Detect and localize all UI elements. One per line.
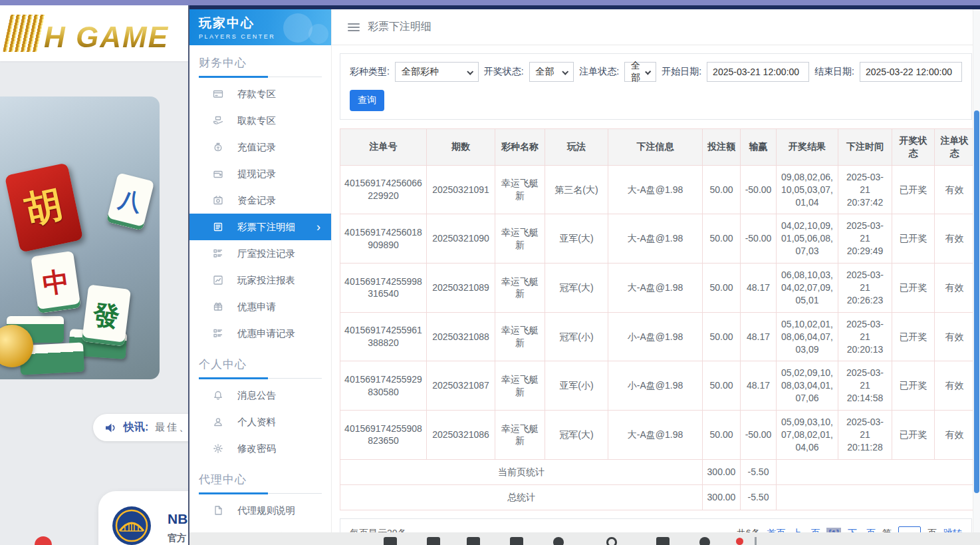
sidebar-nav: 财务中心存款专区取款专区充值记录提现记录资金记录彩票下注明细›厅室投注记录玩家投… — [189, 55, 331, 545]
gamepad-decoration-icon — [308, 24, 328, 44]
cell-bet_time: 2025-03-21 20:29:49 — [838, 214, 892, 264]
mahjong-promo-image: 八 中 發 胡 — [0, 96, 160, 379]
nba-team-logo-icon — [112, 506, 152, 545]
cell-win_loss: -50.00 — [741, 214, 777, 264]
cell-bet_no: 401569174255929830580 — [340, 361, 427, 411]
sidebar-item-promo-record[interactable]: 优惠申请记录 — [189, 320, 331, 347]
table-row: 40156917425590882365020250321086幸运飞艇新冠军(… — [340, 411, 975, 460]
sidebar-item-deposit[interactable]: 存款专区 — [189, 81, 331, 107]
cutoff-icon — [384, 537, 397, 545]
notification-red-dot — [35, 536, 52, 545]
column-header: 开奖结果 — [777, 129, 838, 166]
gear-icon — [213, 443, 223, 454]
cell-amount: 50.00 — [703, 411, 741, 460]
cell-bet_no: 401569174256066229920 — [340, 165, 427, 214]
bets-table: 注单号期数彩种名称玩法下注信息投注额输赢开奖结果下注时间开奖状态注单状态 401… — [340, 128, 975, 510]
gamepad-decoration-icon — [283, 13, 312, 43]
vertical-scrollbar[interactable] — [973, 9, 980, 532]
cell-bet_info: 大-A盘@1.98 — [608, 165, 703, 214]
sidebar-item-withdraw[interactable]: 取款专区 — [189, 107, 331, 134]
cell-amount: 50.00 — [703, 312, 741, 361]
cell-period: 20250321090 — [427, 214, 495, 264]
table-row: 40156917425601890989020250321090幸运飞艇新亚军(… — [340, 214, 975, 264]
end-date-input[interactable] — [860, 62, 962, 82]
cell-period: 20250321087 — [427, 361, 495, 411]
sidebar-item-profile[interactable]: 个人资料 — [189, 409, 331, 435]
bet-status-select[interactable]: 全部 — [624, 62, 656, 82]
start-date-input[interactable] — [707, 62, 809, 82]
sidebar-item-gear[interactable]: 修改密码 — [189, 435, 331, 462]
sidebar-item-label: 提现记录 — [237, 168, 276, 180]
cell-result: 06,08,10,03,04,02,07,09,05,01 — [777, 264, 838, 313]
sidebar: 玩家中心 PLAYERS CENTER 财务中心存款专区取款专区充值记录提现记录… — [189, 9, 332, 545]
cell-bet_info: 大-A盘@1.98 — [608, 411, 703, 460]
column-header: 彩种名称 — [495, 129, 545, 166]
sidebar-item-label: 充值记录 — [237, 141, 276, 154]
cutoff-icon — [510, 537, 523, 545]
sidebar-item-cashout[interactable]: 提现记录 — [189, 160, 331, 187]
cell-bet_status: 有效 — [935, 264, 975, 313]
total-summary-winloss: -5.50 — [741, 484, 777, 510]
column-header: 玩法 — [545, 129, 608, 166]
draw-status-select[interactable]: 全部 — [529, 62, 574, 82]
mahjong-tile: 中 — [31, 251, 80, 313]
cell-amount: 50.00 — [703, 361, 741, 411]
page-title: 彩票下注明细 — [368, 20, 431, 34]
cell-bet_status: 有效 — [935, 411, 975, 460]
chevron-down-icon — [645, 69, 651, 75]
sidebar-item-bell[interactable]: 消息公告 — [189, 382, 331, 409]
sidebar-item-label: 优惠申请记录 — [237, 327, 295, 340]
sidebar-item-label: 修改密码 — [237, 443, 276, 455]
cell-bet_info: 小-A盘@1.98 — [608, 361, 703, 411]
scrollbar-thumb[interactable] — [974, 110, 979, 493]
sidebar-item-hall-bets[interactable]: 厅室投注记录 — [189, 240, 331, 267]
section-underline — [199, 492, 322, 494]
cell-bet_info: 大-A盘@1.98 — [608, 264, 703, 313]
cell-draw_status: 已开奖 — [892, 264, 935, 313]
column-header: 注单状态 — [935, 129, 975, 166]
cell-bet_status: 有效 — [935, 312, 975, 361]
cell-lottery: 幸运飞艇新 — [495, 165, 545, 214]
sidebar-item-label: 彩票下注明细 — [237, 221, 295, 234]
cell-lottery: 幸运飞艇新 — [495, 312, 545, 361]
sidebar-item-recharge[interactable]: 充值记录 — [189, 134, 331, 160]
cell-lottery: 幸运飞艇新 — [495, 264, 545, 313]
menu-icon[interactable] — [348, 23, 360, 31]
report-icon — [213, 275, 223, 285]
main-content: 彩种类型: 全部彩种 开奖状态: 全部 注单状态: 全部 开始日期: — [332, 45, 980, 545]
cell-bet_time: 2025-03-21 20:37:42 — [838, 165, 892, 214]
sidebar-item-report[interactable]: 玩家投注报表 — [189, 267, 331, 293]
sidebar-item-doc[interactable]: 代理规则说明 — [189, 497, 331, 524]
funds-icon — [213, 195, 223, 206]
cell-lottery: 幸运飞艇新 — [495, 214, 545, 264]
table-header-row: 注单号期数彩种名称玩法下注信息投注额输赢开奖结果下注时间开奖状态注单状态 — [340, 129, 975, 166]
sidebar-item-lottery-bets[interactable]: 彩票下注明细› — [189, 214, 331, 240]
cell-period: 20250321088 — [427, 312, 495, 361]
cell-lottery: 幸运飞艇新 — [495, 361, 545, 411]
sidebar-item-label: 消息公告 — [237, 389, 276, 402]
promo-record-icon — [213, 328, 223, 339]
browser-top-bar — [0, 0, 980, 5]
start-date-label: 开始日期: — [662, 66, 701, 78]
main-panel: 彩票下注明细 彩种类型: 全部彩种 开奖状态: 全部 注单状态: — [332, 9, 980, 545]
sidebar-item-funds[interactable]: 资金记录 — [189, 187, 331, 214]
site-logo[interactable]: H GAME — [7, 15, 169, 52]
cell-draw_status: 已开奖 — [892, 312, 935, 361]
doc-icon — [213, 505, 223, 516]
players-center-modal: 玩家中心 PLAYERS CENTER 财务中心存款专区取款专区充值记录提现记录… — [188, 5, 980, 545]
cell-result: 05,02,09,10,08,03,04,01,07,06 — [777, 361, 838, 411]
search-button[interactable]: 查询 — [350, 90, 384, 111]
chevron-down-icon — [562, 68, 568, 75]
sidebar-item-label: 取款专区 — [237, 114, 276, 127]
cell-play: 亚军(大) — [545, 214, 608, 264]
sidebar-section-label: 财务中心 — [199, 55, 322, 71]
bell-icon — [213, 390, 223, 401]
lottery-type-select[interactable]: 全部彩种 — [395, 62, 479, 82]
column-header: 开奖状态 — [892, 129, 935, 166]
sidebar-item-promo[interactable]: 优惠申请 — [189, 293, 331, 320]
cell-result: 05,09,03,10,07,08,02,01,04,06 — [777, 411, 838, 460]
hall-bets-icon — [213, 248, 223, 259]
cell-lottery: 幸运飞艇新 — [495, 411, 545, 460]
column-header: 投注额 — [703, 129, 741, 166]
page-summary-row: 当前页统计 300.00 -5.50 — [340, 459, 975, 484]
